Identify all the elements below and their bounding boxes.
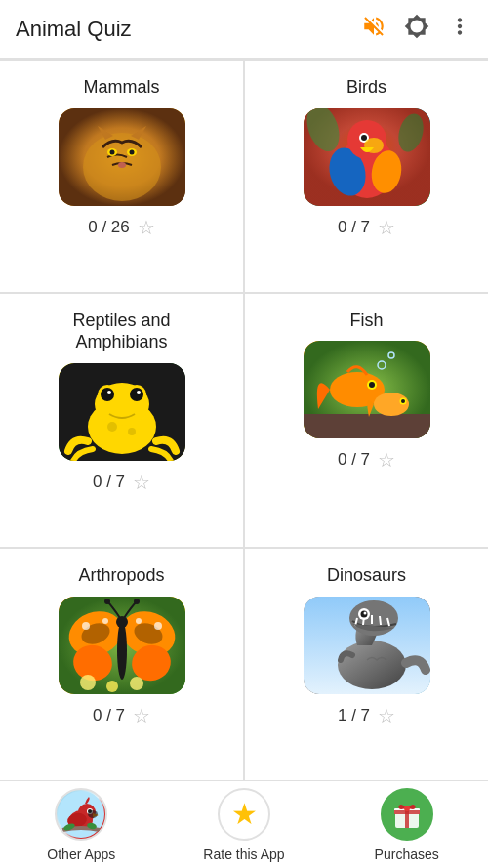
mute-icon[interactable] xyxy=(361,14,386,45)
card-image-birds xyxy=(304,108,430,206)
card-image-reptiles xyxy=(59,363,185,461)
category-card-birds[interactable]: Birds xyxy=(245,61,488,292)
nav-label-rate-app: Rate this App xyxy=(203,847,284,862)
card-score-arthropods: 0 / 7 ☆ xyxy=(93,704,150,727)
rate-app-icon: ★ xyxy=(218,788,270,841)
svg-point-50 xyxy=(154,622,162,630)
header-actions xyxy=(361,14,472,45)
bottom-navigation: Other Apps ★ Rate this App xyxy=(0,780,488,868)
star-icon-mammals: ☆ xyxy=(138,216,155,239)
category-card-dinosaurs[interactable]: Dinosaurs xyxy=(245,549,488,780)
svg-point-54 xyxy=(104,599,110,604)
other-apps-icon xyxy=(55,788,107,841)
app-title: Animal Quiz xyxy=(16,17,361,42)
card-image-fish xyxy=(304,341,430,438)
svg-point-30 xyxy=(128,428,136,435)
svg-point-55 xyxy=(134,599,140,604)
star-icon-arthropods: ☆ xyxy=(133,704,150,727)
card-title-birds: Birds xyxy=(346,76,386,99)
svg-point-17 xyxy=(364,138,384,153)
svg-point-51 xyxy=(136,618,142,624)
svg-point-35 xyxy=(369,382,375,388)
star-icon-fish: ☆ xyxy=(378,448,395,472)
card-score-dinosaurs: 1 / 7 ☆ xyxy=(338,704,395,727)
card-image-mammals xyxy=(59,108,185,206)
card-image-arthropods xyxy=(59,597,185,694)
svg-point-7 xyxy=(129,149,134,154)
card-title-arthropods: Arthropods xyxy=(78,564,164,587)
svg-point-27 xyxy=(107,391,111,394)
svg-point-8 xyxy=(118,162,126,168)
svg-point-6 xyxy=(109,149,114,154)
star-icon-dinosaurs: ☆ xyxy=(378,704,395,727)
svg-point-56 xyxy=(80,675,96,690)
nav-item-purchases[interactable]: Purchases xyxy=(325,781,488,868)
nav-item-other-apps[interactable]: Other Apps xyxy=(0,781,163,868)
svg-point-49 xyxy=(102,618,108,624)
svg-point-58 xyxy=(130,677,143,690)
svg-point-28 xyxy=(137,391,141,394)
svg-point-57 xyxy=(106,681,118,692)
svg-point-53 xyxy=(116,616,128,628)
category-card-arthropods[interactable]: Arthropods xyxy=(0,549,243,780)
card-score-mammals: 0 / 26 ☆ xyxy=(88,216,155,239)
card-title-mammals: Mammals xyxy=(83,76,159,99)
star-gold-icon: ★ xyxy=(231,797,258,831)
svg-point-64 xyxy=(363,611,366,614)
svg-point-25 xyxy=(101,388,114,401)
brightness-icon[interactable] xyxy=(404,14,429,45)
nav-item-rate-app[interactable]: ★ Rate this App xyxy=(163,781,326,868)
svg-point-52 xyxy=(117,621,127,680)
more-options-icon[interactable] xyxy=(447,14,472,45)
svg-rect-32 xyxy=(304,414,430,438)
svg-point-29 xyxy=(107,422,117,432)
star-icon-birds: ☆ xyxy=(378,216,395,239)
card-score-birds: 0 / 7 ☆ xyxy=(338,216,395,239)
card-image-dinosaurs xyxy=(304,597,430,694)
card-title-fish: Fish xyxy=(349,310,383,332)
nav-label-purchases: Purchases xyxy=(375,847,439,862)
card-title-reptiles: Reptiles and Amphibians xyxy=(72,310,170,353)
svg-point-60 xyxy=(338,641,406,689)
category-card-reptiles[interactable]: Reptiles and Amphibians xyxy=(0,294,243,547)
purchases-icon xyxy=(381,788,433,841)
app-header: Animal Quiz xyxy=(0,0,488,59)
category-grid: Mammals xyxy=(0,61,488,780)
category-card-mammals[interactable]: Mammals xyxy=(0,61,243,292)
category-card-fish[interactable]: Fish xyxy=(245,294,488,547)
svg-point-38 xyxy=(401,399,405,403)
svg-point-70 xyxy=(88,810,98,818)
card-title-dinosaurs: Dinosaurs xyxy=(327,564,406,587)
svg-point-78 xyxy=(404,806,410,811)
svg-point-48 xyxy=(82,622,90,630)
star-icon-reptiles: ☆ xyxy=(133,471,150,494)
svg-point-16 xyxy=(361,135,367,141)
card-score-fish: 0 / 7 ☆ xyxy=(338,448,395,472)
svg-point-26 xyxy=(130,388,143,401)
card-score-reptiles: 0 / 7 ☆ xyxy=(93,471,150,494)
nav-label-other-apps: Other Apps xyxy=(47,847,115,862)
